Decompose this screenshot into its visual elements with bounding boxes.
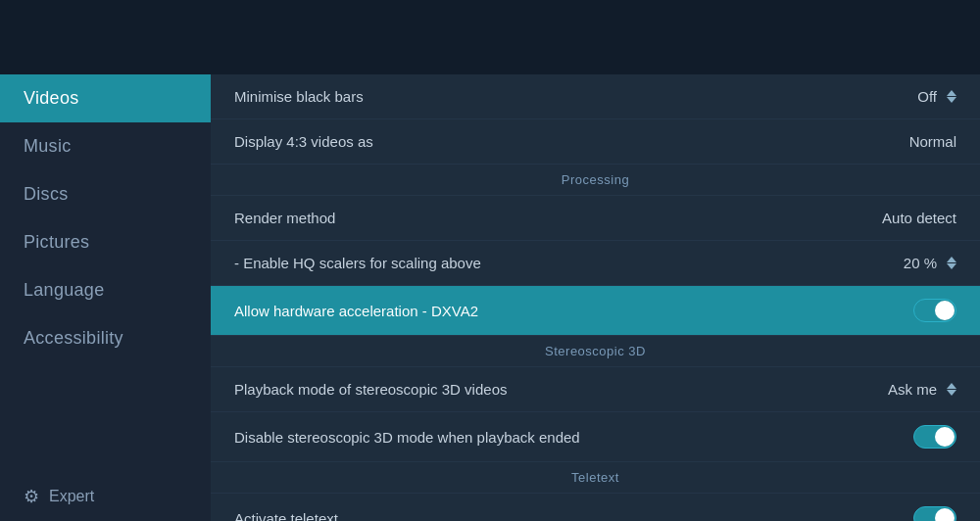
setting-value: Ask me xyxy=(888,381,956,398)
value-text: Off xyxy=(917,88,937,105)
value-text: Ask me xyxy=(888,381,937,398)
setting-value xyxy=(913,299,956,322)
section-header: Stereoscopic 3D xyxy=(211,336,980,367)
arrow-down-icon[interactable] xyxy=(947,390,956,396)
setting-label: Minimise black bars xyxy=(234,88,364,105)
toggle-knob xyxy=(935,301,955,320)
setting-label: Playback mode of stereoscopic 3D videos xyxy=(234,381,507,398)
sidebar-item-videos[interactable]: Videos xyxy=(0,74,211,122)
setting-value xyxy=(913,425,956,449)
section-header: Teletext xyxy=(211,462,980,494)
arrow-up-icon[interactable] xyxy=(947,383,956,389)
sidebar-item-language[interactable]: Language xyxy=(0,266,211,314)
setting-row[interactable]: Activate teletext xyxy=(211,494,980,521)
setting-row[interactable]: - Enable HQ scalers for scaling above20 … xyxy=(211,241,980,286)
sidebar-item-discs[interactable]: Discs xyxy=(0,170,211,218)
toggle-knob xyxy=(935,508,955,521)
setting-row[interactable]: Allow hardware acceleration - DXVA2 xyxy=(211,286,980,336)
setting-value: Auto detect xyxy=(882,210,956,226)
sidebar-item-music[interactable]: Music xyxy=(0,122,211,170)
main-layout: VideosMusicDiscsPicturesLanguageAccessib… xyxy=(0,74,980,521)
gear-icon: ⚙ xyxy=(24,486,39,507)
setting-row[interactable]: Minimise black barsOff xyxy=(211,74,980,119)
toggle-switch[interactable] xyxy=(913,425,956,449)
arrow-up-icon[interactable] xyxy=(947,257,956,262)
arrow-down-icon[interactable] xyxy=(947,97,956,103)
value-text: 20 % xyxy=(904,255,937,271)
setting-value: 20 % xyxy=(904,255,956,271)
toggle-knob xyxy=(935,427,955,447)
setting-row[interactable]: Playback mode of stereoscopic 3D videosA… xyxy=(211,367,980,412)
setting-label: - Enable HQ scalers for scaling above xyxy=(234,255,481,271)
setting-value: Normal xyxy=(909,133,956,150)
toggle-switch[interactable] xyxy=(913,299,956,322)
stepper-arrows[interactable] xyxy=(947,383,956,396)
setting-label: Render method xyxy=(234,210,335,226)
setting-label: Disable stereoscopic 3D mode when playba… xyxy=(234,429,580,446)
stepper-arrows[interactable] xyxy=(947,90,956,103)
setting-value xyxy=(913,506,956,521)
setting-row[interactable]: Display 4:3 videos asNormal xyxy=(211,119,980,165)
setting-row[interactable]: Render methodAuto detect xyxy=(211,196,980,241)
content-area: Minimise black barsOffDisplay 4:3 videos… xyxy=(211,74,980,521)
expert-button[interactable]: ⚙Expert xyxy=(0,472,211,521)
section-header: Processing xyxy=(211,165,980,196)
stepper-arrows[interactable] xyxy=(947,257,956,269)
header xyxy=(0,0,980,74)
sidebar-item-accessibility[interactable]: Accessibility xyxy=(0,314,211,362)
expert-label: Expert xyxy=(49,488,94,505)
toggle-switch[interactable] xyxy=(913,506,956,521)
arrow-up-icon[interactable] xyxy=(947,90,956,96)
setting-row[interactable]: Disable stereoscopic 3D mode when playba… xyxy=(211,412,980,462)
sidebar: VideosMusicDiscsPicturesLanguageAccessib… xyxy=(0,74,211,521)
setting-label: Activate teletext xyxy=(234,510,338,522)
setting-label: Allow hardware acceleration - DXVA2 xyxy=(234,303,478,319)
sidebar-item-pictures[interactable]: Pictures xyxy=(0,218,211,266)
setting-label: Display 4:3 videos as xyxy=(234,133,373,150)
arrow-down-icon[interactable] xyxy=(947,263,956,269)
setting-value: Off xyxy=(917,88,956,105)
